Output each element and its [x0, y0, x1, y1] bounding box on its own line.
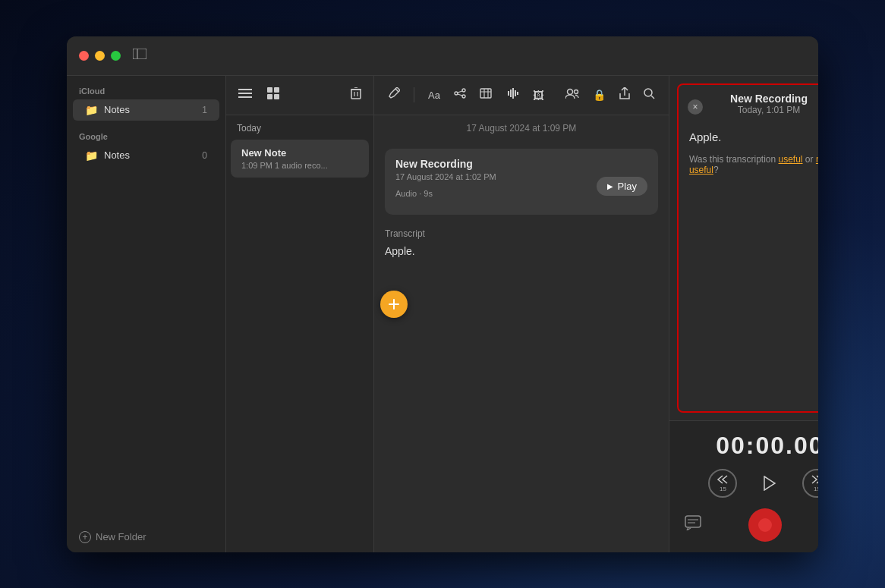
recording-title: New Recording: [730, 93, 808, 105]
svg-rect-35: [685, 516, 701, 527]
timer-display: 00:00.00: [682, 432, 818, 460]
note-title: New Note: [241, 147, 358, 159]
new-folder-button[interactable]: + New Folder: [67, 522, 225, 552]
sidebar-item-google-label: Notes: [104, 149, 196, 161]
audio-wave-icon[interactable]: [502, 85, 522, 105]
svg-rect-7: [267, 94, 272, 99]
grid-view-icon[interactable]: [264, 84, 282, 105]
recording-panel: × New Recording Today, 1:01 PM ••• Apple…: [669, 76, 818, 552]
svg-point-16: [462, 89, 465, 92]
svg-line-33: [651, 96, 654, 99]
folder-icon-google: 📁: [85, 149, 98, 162]
main-content: iCloud 📁 Notes 1 Google 📁 Notes 0 + New …: [67, 76, 818, 552]
svg-rect-8: [274, 94, 279, 99]
share-note-icon[interactable]: [451, 85, 469, 105]
svg-point-30: [567, 90, 572, 95]
svg-point-32: [644, 89, 652, 96]
sidebar-item-google-count: 0: [202, 150, 207, 161]
floating-action-button[interactable]: [380, 291, 408, 318]
audio-date: 17 August 2024 at 1:02 PM: [395, 172, 496, 181]
sidebar-item-count: 1: [202, 105, 207, 115]
maximize-button[interactable]: [111, 51, 121, 61]
transcript-label: Transcript: [374, 222, 669, 242]
transcript-text: Apple.: [374, 242, 669, 260]
recording-transcript-area: × New Recording Today, 1:01 PM ••• Apple…: [677, 83, 818, 413]
minimize-button[interactable]: [95, 51, 105, 61]
timer-section: 00:00.00 15: [669, 420, 818, 552]
rewind-button-wrap: 15: [708, 469, 737, 498]
feedback-end: ?: [713, 165, 719, 175]
notes-list-panel: Today New Note 1:09 PM 1 audio reco...: [226, 76, 374, 552]
note-editor-panel: Aa: [374, 76, 669, 552]
feedback-prefix: Was this transcription: [689, 154, 779, 165]
title-bar: [67, 36, 818, 76]
lock-icon[interactable]: 🔒: [590, 86, 609, 104]
delete-icon[interactable]: [348, 84, 364, 105]
audio-card: New Recording 17 August 2024 at 1:02 PM …: [385, 149, 658, 215]
svg-line-14: [395, 89, 398, 92]
note-meta: 1:09 PM 1 audio reco...: [241, 161, 358, 170]
record-button-inner: [758, 518, 772, 532]
collab-icon[interactable]: [562, 85, 582, 105]
svg-rect-9: [351, 90, 361, 99]
table-icon[interactable]: [477, 85, 495, 105]
forward-button[interactable]: 15: [802, 469, 818, 498]
or-text: or: [803, 154, 816, 165]
sidebar-toggle-icon[interactable]: [133, 49, 146, 62]
sidebar: iCloud 📁 Notes 1 Google 📁 Notes 0 + New …: [67, 76, 226, 552]
today-label: Today: [226, 115, 373, 138]
note-date: 17 August 2024 at 1:09 PM: [374, 115, 669, 141]
traffic-lights: [79, 51, 121, 61]
feedback-text: Was this transcription useful or not use…: [679, 149, 818, 180]
google-label: Google: [67, 121, 225, 144]
bottom-controls: Done: [682, 508, 818, 542]
svg-rect-20: [480, 89, 491, 98]
sidebar-item-google-notes[interactable]: 📁 Notes 0: [73, 145, 219, 166]
svg-rect-5: [267, 87, 272, 93]
rewind-button[interactable]: 15: [708, 469, 737, 498]
svg-rect-6: [274, 87, 279, 93]
audio-sub-meta: Audio · 9s: [395, 189, 433, 198]
svg-point-31: [574, 90, 578, 94]
timer-controls: 15: [682, 469, 818, 498]
app-window: iCloud 📁 Notes 1 Google 📁 Notes 0 + New …: [67, 36, 818, 552]
rewind-label: 15: [720, 486, 726, 492]
useful-link[interactable]: useful: [779, 154, 803, 165]
close-button[interactable]: [79, 51, 89, 61]
play-icon: ▶: [607, 182, 613, 190]
list-view-icon[interactable]: [235, 85, 255, 105]
sidebar-item-label: Notes: [104, 104, 196, 115]
record-button[interactable]: [748, 508, 782, 542]
forward-button-wrap: 15: [802, 469, 818, 498]
new-folder-label: New Folder: [96, 531, 146, 542]
play-button[interactable]: ▶ Play: [597, 177, 647, 196]
play-pause-button[interactable]: [755, 469, 784, 498]
compose-icon[interactable]: [385, 84, 403, 105]
image-icon[interactable]: 🖼: [530, 86, 547, 105]
recording-header: × New Recording Today, 1:01 PM •••: [679, 85, 818, 124]
recording-transcript-text: Apple.: [679, 124, 818, 149]
svg-marker-34: [764, 476, 775, 490]
toolbar-sep-1: [414, 87, 414, 102]
share-icon[interactable]: [616, 84, 633, 105]
chat-button[interactable]: [685, 515, 701, 534]
svg-line-19: [458, 94, 462, 96]
new-folder-icon: +: [79, 531, 91, 543]
forward-label: 15: [814, 486, 818, 492]
recording-subtitle: Today, 1:01 PM: [738, 105, 801, 121]
recording-close-button[interactable]: ×: [688, 99, 703, 115]
note-editor-toolbar: Aa: [374, 76, 669, 115]
svg-point-15: [455, 92, 458, 95]
play-label: Play: [618, 181, 637, 192]
folder-icon: 📁: [85, 104, 98, 116]
svg-point-17: [462, 95, 465, 98]
note-item[interactable]: New Note 1:09 PM 1 audio reco...: [231, 140, 369, 178]
audio-card-title: New Recording: [395, 158, 647, 170]
sidebar-item-icloud-notes[interactable]: 📁 Notes 1: [73, 99, 219, 121]
svg-line-18: [458, 91, 462, 93]
font-icon[interactable]: Aa: [425, 86, 443, 104]
svg-rect-0: [133, 49, 146, 59]
icloud-label: iCloud: [67, 76, 225, 99]
notes-list-toolbar: [226, 76, 373, 115]
search-icon[interactable]: [641, 85, 658, 105]
